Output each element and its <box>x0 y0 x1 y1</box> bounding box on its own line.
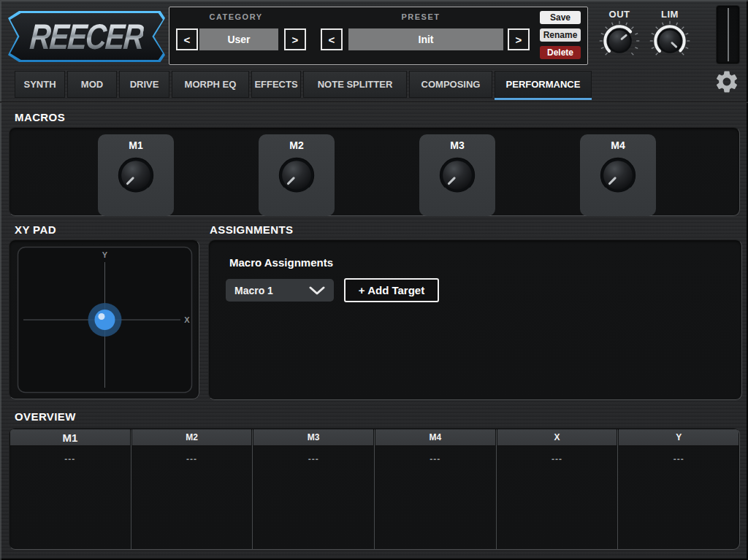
tab-mod[interactable]: MOD <box>67 71 117 98</box>
logo-text: REECER <box>28 17 145 57</box>
macro-select-value: Macro 1 <box>234 285 273 296</box>
xypad-panel: Y X <box>9 239 199 399</box>
macro-card-m2: M2 <box>259 134 335 216</box>
preset-prev-button[interactable]: < <box>321 28 343 50</box>
add-target-button[interactable]: + Add Target <box>344 278 439 302</box>
macro-card-m4: M4 <box>580 134 656 216</box>
assignments-section-title: ASSIGNMENTS <box>210 223 293 236</box>
overview-header-m2[interactable]: M2 <box>132 429 252 446</box>
out-knob-group: OUT <box>598 9 641 65</box>
overview-value-m2: --- <box>131 454 253 464</box>
plugin-window: REECER CATEGORY < User > PRESET < Init >… <box>0 0 748 560</box>
macro-card-m3: M3 <box>419 134 495 216</box>
tab-synth[interactable]: SYNTH <box>15 71 65 98</box>
overview-column-m4: M4 --- <box>375 429 497 549</box>
overview-column-m1: M1 --- <box>9 429 131 549</box>
save-button[interactable]: Save <box>540 11 581 24</box>
header-divider <box>0 101 748 103</box>
app-logo: REECER <box>8 11 165 62</box>
out-knob-label: OUT <box>598 9 641 20</box>
macro-m1-label: M1 <box>98 139 174 151</box>
lim-knob[interactable] <box>649 20 691 62</box>
xypad-section-title: XY PAD <box>15 223 56 236</box>
rename-button[interactable]: Rename <box>540 28 581 42</box>
xy-y-label: Y <box>102 250 108 259</box>
overview-value-m1: --- <box>9 454 131 464</box>
tab-performance[interactable]: PERFORMANCE <box>495 71 592 98</box>
overview-column-x: X --- <box>497 429 619 549</box>
macro-m1-knob[interactable] <box>113 153 159 198</box>
macro-m3-label: M3 <box>419 139 495 151</box>
xy-x-label: X <box>184 315 190 324</box>
overview-header-y[interactable]: Y <box>619 429 739 446</box>
main-tabbar: SYNTH MOD DRIVE MORPH EQ EFFECTS NOTE SP… <box>15 71 592 98</box>
overview-column-m3: M3 --- <box>253 429 375 549</box>
macro-m4-label: M4 <box>580 139 656 151</box>
macro-assignments-subtitle: Macro Assignments <box>229 256 333 269</box>
preset-label: PRESET <box>377 12 465 21</box>
tab-morph-eq[interactable]: MORPH EQ <box>172 71 249 98</box>
category-value[interactable]: User <box>199 28 278 50</box>
tab-drive[interactable]: DRIVE <box>119 71 169 98</box>
preset-next-button[interactable]: > <box>508 28 530 50</box>
overview-value-m4: --- <box>375 454 496 464</box>
macros-panel: M1 M2 M3 M4 <box>9 127 740 216</box>
overview-column-m2: M2 --- <box>131 429 253 549</box>
overview-header-m4[interactable]: M4 <box>375 429 495 446</box>
macro-m2-label: M2 <box>259 139 335 151</box>
overview-table: M1 --- M2 --- M3 --- M4 --- X --- Y --- <box>9 428 740 550</box>
overview-column-y: Y --- <box>618 429 739 549</box>
macro-select-dropdown[interactable]: Macro 1 <box>226 279 334 302</box>
overview-header-m3[interactable]: M3 <box>253 429 373 446</box>
category-prev-button[interactable]: < <box>176 28 198 50</box>
macros-section-title: MACROS <box>15 111 65 123</box>
tab-effects[interactable]: EFFECTS <box>251 71 301 98</box>
overview-value-m3: --- <box>253 454 374 464</box>
chevron-down-icon <box>309 286 325 295</box>
xy-pad[interactable]: Y X <box>17 246 193 394</box>
out-knob[interactable] <box>598 20 641 62</box>
macro-card-m1: M1 <box>98 134 174 216</box>
lim-knob-label: LIM <box>649 9 691 20</box>
category-next-button[interactable]: > <box>284 28 306 50</box>
tab-composing[interactable]: COMPOSING <box>409 71 492 98</box>
macro-m4-knob[interactable] <box>595 153 641 198</box>
preset-browser: CATEGORY < User > PRESET < Init > Save R… <box>169 7 588 65</box>
output-level-meter <box>716 5 740 64</box>
meter-needle <box>728 8 729 61</box>
overview-value-x: --- <box>497 454 618 464</box>
xy-dot[interactable] <box>88 303 122 337</box>
lim-knob-group: LIM <box>649 9 691 65</box>
overview-header-m1[interactable]: M1 <box>10 429 130 446</box>
overview-value-y: --- <box>618 454 739 464</box>
tab-note-splitter[interactable]: NOTE SPLITTER <box>303 71 407 98</box>
overview-section-title: OVERVIEW <box>15 410 76 423</box>
macro-m3-knob[interactable] <box>435 153 480 198</box>
overview-header-x[interactable]: X <box>497 429 617 446</box>
delete-button[interactable]: Delete <box>540 46 581 59</box>
preset-value[interactable]: Init <box>348 28 503 50</box>
settings-gear-icon[interactable] <box>714 69 740 95</box>
assignments-panel: Macro Assignments Macro 1 + Add Target <box>208 239 742 400</box>
macro-m2-knob[interactable] <box>274 153 319 198</box>
category-label: CATEGORY <box>192 12 280 21</box>
